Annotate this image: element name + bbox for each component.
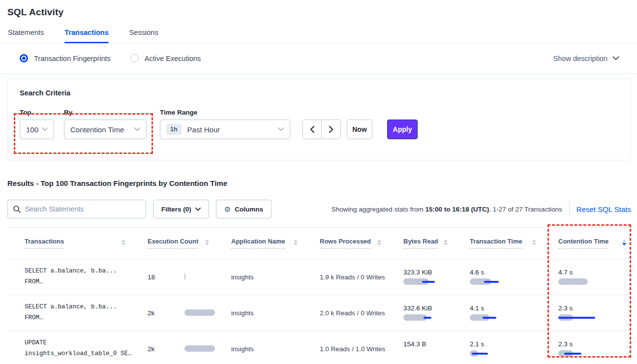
sort-icon[interactable] xyxy=(444,240,448,247)
cell-bytes-read: 323.3 KiB xyxy=(386,259,453,295)
vertical-divider xyxy=(569,201,570,217)
sort-icon[interactable] xyxy=(377,240,381,247)
chevron-left-icon xyxy=(310,126,315,133)
sort-icon[interactable] xyxy=(205,240,209,247)
sql-activity-page: SQL Activity Statements Transactions Ses… xyxy=(0,0,637,364)
top-select-value: 100 xyxy=(26,125,38,134)
contention-time-bar xyxy=(558,278,588,285)
by-select[interactable]: Contention Time xyxy=(64,120,147,139)
sort-desc-active-icon[interactable] xyxy=(622,240,626,247)
transaction-time-stddev-line xyxy=(472,353,488,355)
chevron-down-icon xyxy=(612,56,619,61)
radio-active-executions[interactable]: Active Executions xyxy=(130,54,201,62)
radio-transaction-fingerprints[interactable]: Transaction Fingerprints xyxy=(20,54,111,62)
contention-time-stddev-line xyxy=(558,317,595,319)
cell-transaction-time: 2.1 s xyxy=(453,331,541,364)
cell-application-name: insights xyxy=(214,259,303,295)
search-statements-box xyxy=(7,200,146,218)
page-title: SQL Activity xyxy=(0,0,637,18)
cell-execution-count: 18 xyxy=(130,259,214,295)
cell-transaction-time: 4.1 s xyxy=(453,295,541,331)
apply-button[interactable]: Apply xyxy=(387,120,418,139)
by-label: By xyxy=(64,109,160,116)
chevron-down-icon xyxy=(278,127,284,131)
view-toggle-row: Transaction Fingerprints Active Executio… xyxy=(0,43,637,74)
columns-button[interactable]: ⚙ Columns xyxy=(216,200,272,218)
column-header-bytes-read[interactable]: Bytes Read xyxy=(386,228,453,259)
radio-selected-icon[interactable] xyxy=(20,54,28,62)
time-range-value: Past Hour xyxy=(187,125,220,134)
reset-sql-stats-link[interactable]: Reset SQL Stats xyxy=(576,205,631,213)
tab-statements[interactable]: Statements xyxy=(8,29,44,43)
column-header-transaction-time[interactable]: Transaction Time xyxy=(453,228,541,259)
radio-label: Active Executions xyxy=(145,55,201,62)
tab-transactions[interactable]: Transactions xyxy=(64,29,108,43)
cell-transaction-time: 4.6 s xyxy=(453,259,541,295)
cell-transaction-fingerprint[interactable]: SELECT a.balance, b.ba... FROM… xyxy=(7,259,130,295)
transactions-table: Transactions Execution Count Application… xyxy=(7,227,631,364)
table-row[interactable]: SELECT a.balance, b.ba... FROM… 2k insig… xyxy=(7,295,631,331)
column-header-transactions[interactable]: Transactions xyxy=(7,228,130,259)
cell-bytes-read: 154.3 B xyxy=(386,331,453,364)
time-nav-group xyxy=(303,120,341,139)
search-statements-input[interactable] xyxy=(25,205,141,213)
search-criteria-fields: Top 100 By Contention Time T xyxy=(20,109,619,139)
time-next-button[interactable] xyxy=(322,120,340,139)
chevron-down-icon xyxy=(195,208,201,211)
chevron-right-icon xyxy=(329,126,334,133)
cell-rows-processed: 2.0 k Reads / 0 Writes xyxy=(303,295,386,331)
table-row[interactable]: SELECT a.balance, b.ba... FROM… 18 insig… xyxy=(7,259,631,295)
execution-count-bar xyxy=(184,273,185,280)
cell-bytes-read: 332.6 KiB xyxy=(386,295,453,331)
filters-button[interactable]: Filters (0) xyxy=(153,200,209,218)
results-heading: Results - Top 100 Transaction Fingerprin… xyxy=(7,179,637,187)
stats-group: Showing aggregated stats from 15:00 to 1… xyxy=(332,201,631,217)
top-field: Top 100 xyxy=(20,109,64,139)
time-range-select[interactable]: 1h Past Hour xyxy=(160,120,290,139)
search-criteria-card: Search Criteria Top 100 By Contention Ti… xyxy=(7,79,631,160)
bytes-read-stddev-line xyxy=(424,317,431,319)
radio-unselected-icon[interactable] xyxy=(130,54,139,62)
cell-rows-processed: 1.0 Reads / 1.0 Writes xyxy=(303,331,386,364)
cell-transaction-fingerprint[interactable]: UPDATE insights_workload_table_0 SE… xyxy=(7,331,130,364)
columns-label: Columns xyxy=(235,206,263,213)
column-header-rows-processed[interactable]: Rows Processed xyxy=(303,228,386,259)
table-row[interactable]: UPDATE insights_workload_table_0 SE… 2k … xyxy=(7,331,631,364)
execution-count-bar xyxy=(184,345,215,352)
cell-application-name: insights xyxy=(214,295,303,331)
sort-icon[interactable] xyxy=(121,240,125,247)
contention-time-stddev-line xyxy=(564,353,581,355)
cell-rows-processed: 1.9 k Reads / 0 Writes xyxy=(303,259,386,295)
column-header-contention-time[interactable]: Contention Time xyxy=(541,228,631,259)
chevron-down-icon xyxy=(42,127,48,131)
radio-label: Transaction Fingerprints xyxy=(34,55,111,62)
cell-execution-count: 2k xyxy=(130,331,214,364)
by-field: By Contention Time xyxy=(64,109,160,139)
sort-icon[interactable] xyxy=(294,240,298,247)
now-button[interactable]: Now xyxy=(347,120,372,139)
search-criteria-title: Search Criteria xyxy=(20,89,619,97)
search-icon xyxy=(13,205,21,213)
show-description-toggle[interactable]: Show description xyxy=(553,55,619,62)
top-select[interactable]: 100 xyxy=(20,120,54,139)
cell-transaction-fingerprint[interactable]: SELECT a.balance, b.ba... FROM… xyxy=(7,295,130,331)
column-header-execution-count[interactable]: Execution Count xyxy=(130,228,214,259)
time-range-label: Time Range xyxy=(160,109,303,116)
cell-application-name: insights xyxy=(214,331,303,364)
column-header-application-name[interactable]: Application Name xyxy=(214,228,303,259)
filters-label: Filters (0) xyxy=(161,206,191,213)
bytes-read-stddev-line xyxy=(422,281,435,283)
tab-sessions[interactable]: Sessions xyxy=(129,29,158,43)
cell-contention-time: 2.3 s xyxy=(541,331,631,364)
chevron-down-icon xyxy=(134,127,140,131)
by-select-value: Contention Time xyxy=(70,125,124,134)
show-description-label: Show description xyxy=(553,55,607,62)
cell-execution-count: 2k xyxy=(130,295,214,331)
top-label: Top xyxy=(20,109,64,116)
gear-icon: ⚙ xyxy=(224,206,231,213)
time-prev-button[interactable] xyxy=(303,120,322,139)
cell-contention-time: 2.3 s xyxy=(541,295,631,331)
time-range-field: Time Range 1h Past Hour xyxy=(160,109,303,139)
transaction-time-stddev-line xyxy=(483,317,496,319)
sort-icon[interactable] xyxy=(532,240,536,247)
